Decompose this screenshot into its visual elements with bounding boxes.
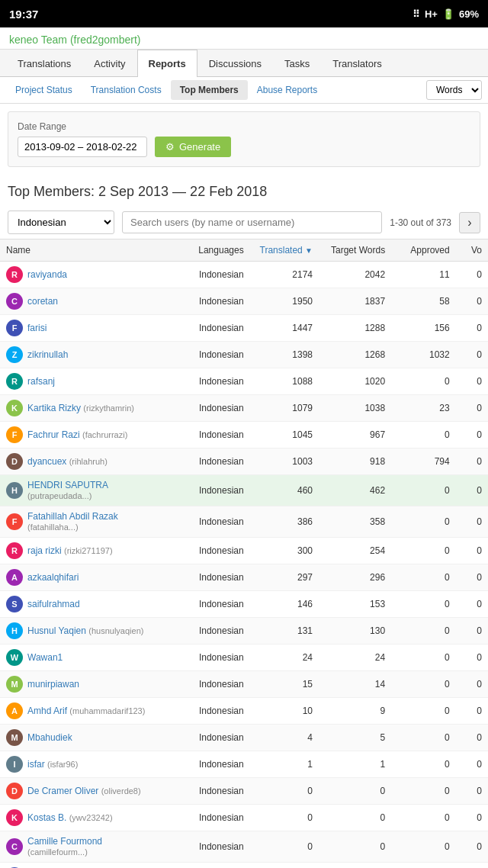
member-name[interactable]: Fatahillah Abdil Razak (fatahillaha...): [27, 511, 155, 532]
col-header-voted: Vo: [456, 240, 488, 262]
member-approved: 0: [391, 475, 456, 506]
member-name[interactable]: zikrinullah: [27, 349, 68, 360]
member-target-words: 5: [319, 725, 391, 751]
words-dropdown-container[interactable]: Words: [426, 80, 482, 100]
col-header-approved: Approved: [391, 240, 456, 262]
member-name[interactable]: Camille Fourmond (camillefourm...): [27, 836, 155, 857]
member-language: Indonesian: [161, 645, 249, 671]
signal-icon: ⠿: [413, 8, 420, 20]
tab-translators[interactable]: Translators: [321, 50, 393, 77]
member-name-cell: W Wawan1: [0, 645, 161, 671]
member-name[interactable]: rafsanj: [27, 376, 55, 387]
tab-activity[interactable]: Activity: [82, 50, 136, 77]
member-approved: 0: [391, 591, 456, 618]
avatar: R: [6, 542, 23, 559]
member-approved: 0: [391, 698, 456, 725]
col-header-target-words: Target Words: [319, 240, 391, 262]
member-approved: 11: [391, 262, 456, 288]
member-name-cell: F farisi: [0, 315, 161, 342]
member-language: Indonesian: [161, 725, 249, 751]
pagination-info: 1-30 out of 373: [390, 217, 451, 228]
member-voted: 0: [456, 262, 488, 288]
member-name[interactable]: HENDRI SAPUTRA (putrapeudada...): [27, 480, 155, 501]
avatar: M: [6, 729, 23, 746]
subnav-translation-costs[interactable]: Translation Costs: [82, 80, 171, 100]
words-select[interactable]: Words: [426, 80, 482, 100]
subnav-abuse-reports[interactable]: Abuse Reports: [248, 80, 326, 100]
member-target-words: 0: [319, 863, 391, 869]
member-name[interactable]: Amhd Arif (muhammadarif123): [27, 706, 145, 716]
member-name-cell: Z zikrinullah: [0, 342, 161, 368]
tab-reports[interactable]: Reports: [137, 50, 197, 77]
col-header-languages: Languages: [161, 240, 249, 262]
date-range-input[interactable]: [18, 137, 147, 157]
member-name[interactable]: Fachrur Razi (fachrurrazi): [27, 429, 127, 440]
member-name-cell: K Kostas B. (ywv23242): [0, 805, 161, 831]
member-translated: 1398: [250, 342, 319, 368]
member-name[interactable]: Kartika Rizky (rizkythamrin): [27, 403, 134, 413]
member-name[interactable]: Kostas B. (ywv23242): [27, 812, 113, 823]
table-row: C Camille Fourmond (camillefourm...) Ind…: [0, 831, 488, 863]
member-voted: 0: [456, 671, 488, 698]
table-body: R raviyanda Indonesian 2174 2042 11 0 C …: [0, 262, 488, 869]
member-voted: 0: [456, 475, 488, 506]
member-approved: 0: [391, 368, 456, 395]
member-target-words: 1: [319, 751, 391, 778]
member-translated: 15: [250, 671, 319, 698]
member-name[interactable]: Wawan1: [27, 652, 63, 663]
subnav-project-status[interactable]: Project Status: [6, 80, 82, 100]
member-name[interactable]: munirpiawan: [27, 679, 79, 690]
member-name-cell: R raviyanda: [0, 262, 161, 288]
member-name[interactable]: isfar (isfar96): [27, 759, 78, 770]
table-row: W Wawan1 Indonesian 24 24 0 0: [0, 645, 488, 671]
sort-arrow-icon: ▼: [305, 246, 313, 255]
member-name[interactable]: Husnul Yaqien (husnulyaqien): [27, 625, 143, 636]
member-language: Indonesian: [161, 475, 249, 506]
member-target-words: 0: [319, 778, 391, 805]
tab-translations[interactable]: Translations: [6, 50, 82, 77]
member-approved: 0: [391, 564, 456, 591]
avatar: F: [6, 513, 23, 530]
member-voted: 0: [456, 863, 488, 869]
member-translated: 1: [250, 751, 319, 778]
table-row: H HENDRI SAPUTRA (putrapeudada...) Indon…: [0, 475, 488, 506]
member-language: Indonesian: [161, 831, 249, 863]
member-name-cell: C coretan: [0, 288, 161, 315]
member-name[interactable]: De Cramer Oliver (oliverde8): [27, 786, 141, 796]
member-language: Indonesian: [161, 698, 249, 725]
user-search-input[interactable]: [122, 211, 382, 233]
member-language: Indonesian: [161, 618, 249, 645]
member-voted: 0: [456, 564, 488, 591]
col-header-translated[interactable]: Translated ▼: [250, 240, 319, 262]
member-approved: 0: [391, 863, 456, 869]
avatar: C: [6, 838, 23, 855]
avatar: M: [6, 676, 23, 693]
member-name-cell: M Mbahudiek: [0, 725, 161, 751]
member-name[interactable]: saifulrahmad: [27, 599, 80, 609]
member-target-words: 296: [319, 564, 391, 591]
member-language: Indonesian: [161, 671, 249, 698]
table-row: R raviyanda Indonesian 2174 2042 11 0: [0, 262, 488, 288]
language-filter[interactable]: Indonesian: [8, 211, 114, 234]
member-name[interactable]: azkaalqhifari: [27, 572, 79, 583]
generate-button[interactable]: ⚙ Generate: [155, 137, 231, 157]
member-approved: 0: [391, 805, 456, 831]
avatar: C: [6, 293, 23, 310]
avatar: F: [6, 426, 23, 443]
tab-tasks[interactable]: Tasks: [273, 50, 321, 77]
team-link[interactable]: keneo Team (fred2gombert): [9, 34, 141, 46]
member-translated: 10: [250, 698, 319, 725]
member-voted: 0: [456, 725, 488, 751]
next-page-button[interactable]: ›: [459, 212, 480, 233]
member-voted: 0: [456, 448, 488, 475]
tab-discussions[interactable]: Discussions: [197, 50, 273, 77]
member-target-words: 254: [319, 538, 391, 564]
member-name[interactable]: Mbahudiek: [27, 732, 72, 743]
member-name[interactable]: coretan: [27, 296, 58, 307]
avatar: H: [6, 482, 23, 499]
member-name[interactable]: dyancuex (rihlahruh): [27, 456, 108, 467]
member-name[interactable]: raviyanda: [27, 269, 67, 280]
member-name[interactable]: raja rizki (rizki271197): [27, 545, 113, 556]
subnav-top-members[interactable]: Top Members: [171, 80, 248, 100]
member-name[interactable]: farisi: [27, 323, 47, 333]
